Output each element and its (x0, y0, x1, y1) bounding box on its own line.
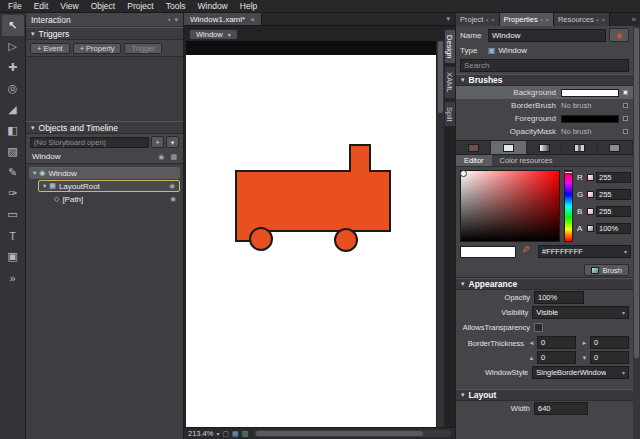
color-resources-tab[interactable]: Color resources (492, 155, 561, 166)
brush-resource-tab[interactable] (598, 141, 633, 154)
menu-item-tools[interactable]: Tools (160, 1, 192, 11)
controls-tool-icon[interactable]: ▣ (2, 246, 24, 267)
close-icon[interactable]: × (491, 17, 494, 23)
gradient-tool-icon[interactable]: ▨ (2, 141, 24, 162)
pan-tool-icon[interactable]: ✚ (2, 57, 24, 78)
resource-button[interactable]: ◆ (609, 28, 629, 42)
blue-channel-field[interactable]: 255 (596, 206, 631, 217)
allows-transparency-checkbox[interactable] (534, 323, 543, 332)
canvas-vertical-scrollbar[interactable] (437, 41, 444, 427)
close-icon[interactable]: × (546, 17, 549, 23)
canvas-horizontal-scrollbar[interactable] (254, 430, 451, 437)
property-marker[interactable] (623, 103, 628, 108)
fit-to-screen-icon[interactable]: ▢ (222, 430, 229, 438)
zoom-dropdown-icon[interactable]: ▾ (216, 430, 219, 437)
solid-brush-tab[interactable] (491, 141, 526, 154)
brush-row-borderbrush[interactable]: BorderBrush No brush (456, 99, 633, 112)
storyboard-options-button[interactable]: ▾ (166, 136, 179, 148)
name-input[interactable] (488, 29, 606, 42)
border-top-field[interactable]: 0 (537, 351, 576, 364)
menu-item-edit[interactable]: Edit (28, 1, 55, 11)
direct-selection-tool-icon[interactable]: ▷ (2, 36, 24, 57)
panel-scrollbar[interactable] (633, 26, 640, 439)
saturation-value-picker[interactable] (460, 170, 560, 242)
document-tab[interactable]: Window1.xaml* × (184, 13, 262, 25)
no-brush-tab[interactable] (456, 141, 491, 154)
appearance-section-header[interactable]: ▾ Appearance (456, 278, 633, 290)
text-tool-icon[interactable]: T (2, 225, 24, 246)
property-marker[interactable] (623, 129, 628, 134)
panel-menu-icon[interactable]: ▾ (174, 16, 178, 24)
eyedropper-icon[interactable]: ✎ (520, 245, 531, 253)
background-swatch[interactable] (561, 89, 619, 97)
tree-node-window[interactable]: ▾ ◉ Window (29, 167, 180, 179)
design-canvas[interactable] (186, 55, 436, 427)
brushes-section-header[interactable]: ▾ Brushes (456, 74, 633, 86)
border-right-field[interactable]: 0 (590, 336, 629, 349)
tile-brush-tab[interactable] (562, 141, 597, 154)
more-panels-icon[interactable]: » (628, 13, 640, 26)
pin-icon[interactable]: ▪ (486, 17, 488, 23)
truck-wheel-left[interactable] (250, 228, 272, 250)
new-storyboard-button[interactable]: + (151, 136, 164, 148)
menu-item-window[interactable]: Window (192, 1, 234, 11)
zoom-tool-icon[interactable]: ◎ (2, 78, 24, 99)
green-channel-field[interactable]: 255 (596, 189, 631, 200)
tree-node-path[interactable]: ◇ [Path] ◉ (50, 193, 180, 205)
tab-properties[interactable]: Properties ▪ × (500, 13, 554, 26)
trigger-button[interactable]: Trigger (124, 43, 161, 54)
menu-item-help[interactable]: Help (234, 1, 263, 11)
pen-tool-icon[interactable]: ✑ (2, 183, 24, 204)
truck-shape[interactable] (234, 143, 394, 255)
add-property-button[interactable]: + Property (73, 43, 122, 54)
snap-grid-icon[interactable]: ▦ (232, 430, 239, 438)
scrollbar-thumb[interactable] (438, 41, 443, 113)
selection-tool-icon[interactable]: ↖ (2, 15, 24, 36)
property-search-input[interactable] (460, 59, 629, 72)
pin-icon[interactable]: ▪ (597, 17, 599, 23)
brush-row-foreground[interactable]: Foreground (456, 112, 633, 125)
width-field[interactable]: 640 (534, 402, 588, 415)
objects-timeline-header[interactable]: ▾ Objects and Timeline (26, 121, 183, 134)
pin-icon[interactable]: ▪ (541, 17, 543, 23)
layout-section-header[interactable]: ▾ Layout (456, 389, 633, 401)
truck-wheel-right[interactable] (335, 229, 357, 251)
menu-item-object[interactable]: Object (85, 1, 122, 11)
eye-icon[interactable]: ◉ (169, 182, 175, 190)
tab-list-icon[interactable]: ▾ (441, 13, 455, 25)
storyboard-selector[interactable]: (No Storyboard open) (30, 137, 149, 148)
truck-body-path[interactable] (236, 145, 390, 241)
snap-guides-icon[interactable]: ▥ (242, 430, 249, 438)
scrollbar-thumb[interactable] (256, 431, 423, 436)
triggers-section-header[interactable]: ▾ Triggers (26, 27, 183, 40)
brush-row-background[interactable]: Background (456, 86, 633, 99)
brush-tool-icon[interactable]: ✎ (2, 162, 24, 183)
menu-item-project[interactable]: Project (121, 1, 159, 11)
foreground-swatch[interactable] (561, 115, 619, 123)
border-left-field[interactable]: 0 (537, 336, 576, 349)
expander-icon[interactable]: ▾ (33, 169, 36, 177)
alpha-channel-field[interactable]: 100% (596, 223, 631, 234)
menu-item-view[interactable]: View (54, 1, 84, 11)
add-event-button[interactable]: + Event (30, 43, 70, 54)
hue-slider-thumb[interactable] (564, 171, 573, 174)
brush-row-opacitymask[interactable]: OpacityMask No brush (456, 125, 633, 138)
pin-icon[interactable]: ▪ (168, 16, 170, 24)
lock-icon[interactable]: ▩ (170, 153, 177, 161)
eye-icon[interactable]: ◉ (170, 195, 176, 203)
hue-slider[interactable] (564, 170, 573, 242)
eyedropper-tool-icon[interactable]: ◢ (2, 99, 24, 120)
gradient-brush-tab[interactable] (527, 141, 562, 154)
window-style-dropdown[interactable]: SingleBorderWindow ▾ (532, 366, 629, 379)
property-marker[interactable] (623, 116, 628, 121)
breadcrumb[interactable]: Window ▾ (189, 29, 238, 40)
tab-project[interactable]: Project ▪ × (456, 13, 500, 26)
opacity-field[interactable]: 100% (534, 291, 584, 304)
color-cursor[interactable] (460, 170, 467, 177)
view-tab-design[interactable]: Design (444, 29, 455, 64)
view-tab-split[interactable]: Split (444, 101, 455, 128)
interaction-panel-header[interactable]: Interaction ▪ ▾ (26, 13, 183, 27)
rectangle-tool-icon[interactable]: ▭ (2, 204, 24, 225)
scrollbar-thumb[interactable] (634, 28, 639, 358)
zoom-level[interactable]: 213.4% (188, 429, 213, 438)
